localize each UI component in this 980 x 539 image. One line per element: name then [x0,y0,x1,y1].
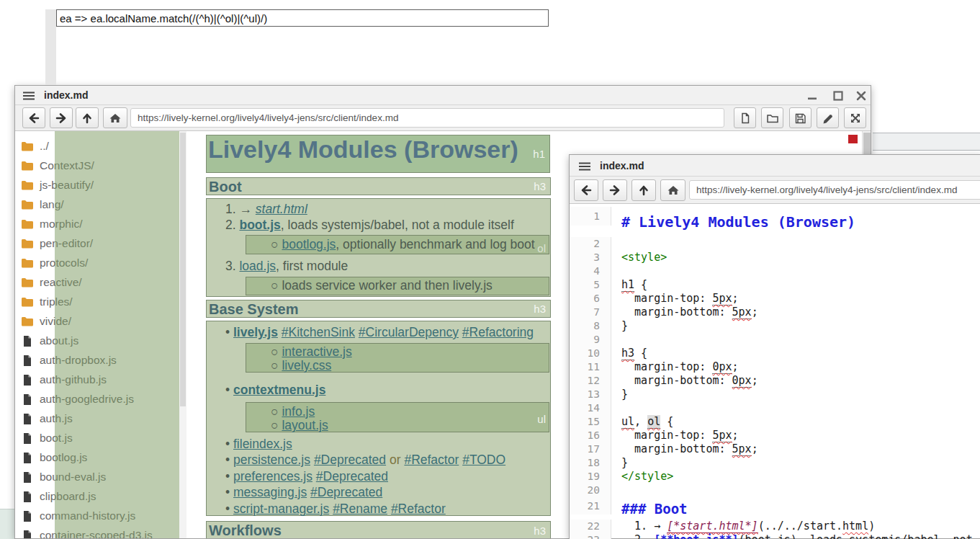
window-title: index.md [600,160,644,172]
md-list-item[interactable]: ○ bootlog.js, optionally benchmark and l… [271,237,535,252]
text-segment: ○ [271,237,282,251]
text-segment: ; [732,360,739,373]
md-list-item[interactable]: • preferences.js #Deprecated [225,469,388,484]
file-tree-sidebar: ../ContextJS/js-beautify/lang/morphic/pe… [15,131,186,538]
md-list-item[interactable]: ○ info.js [271,404,315,419]
md-list-item[interactable]: 2. boot.js, loads systemjs/babel, not a … [225,218,514,233]
code-line[interactable]: 12 margin-bottom: 0px; [570,374,980,388]
menu-icon[interactable] [22,91,35,101]
md-h3-workflows: Workflows [207,522,550,538]
code-line[interactable]: 2 [570,237,980,251]
code-line[interactable]: 14 [570,401,980,415]
md-list-item[interactable]: • contextmenu.js [225,383,325,398]
text-segment: 5px [732,442,752,456]
line-number: 17 [570,442,611,456]
md-list-item[interactable]: • script-manager.js #Rename #Refactor [225,502,446,517]
text-segment: boot.js [239,218,280,232]
text-segment: , [634,415,647,428]
sidebar-scrollbar[interactable] [179,131,186,538]
md-list-item[interactable]: • persistence.js #Deprecated or #Refacto… [225,453,505,468]
code-line[interactable]: 3<style> [570,251,980,264]
up-button[interactable] [76,107,99,128]
code-line[interactable]: 10h3 { [570,347,980,360]
forward-button[interactable] [603,179,627,201]
highlight-overlay-ol-boot: 1. → start.html 2. boot.js, loads system… [206,198,551,297]
code-line[interactable]: 4 [570,264,980,278]
line-number: 7 [570,306,611,319]
edit-button[interactable] [817,107,839,128]
md-list-item[interactable]: ○ lively.css [271,358,331,373]
line-number: 14 [570,401,611,415]
text-segment: #Refactor [404,453,459,467]
code-line[interactable]: 22 1. → [*start.html*](../../start.html) [570,520,980,533]
open-folder-icon [766,112,779,124]
window-titlebar[interactable]: index.md [15,86,871,105]
save-button[interactable] [789,107,812,128]
text-segment: 2. [225,218,239,232]
code-line[interactable]: 11 margin-top: 0px; [570,360,980,374]
code-line[interactable]: 21### Boot [570,497,980,520]
code-line[interactable]: 6 margin-top: 5px; [570,292,980,306]
window-titlebar[interactable]: index.md [570,155,980,177]
text-segment: </style> [621,470,673,483]
expand-button[interactable] [844,107,866,128]
navigation-toolbar: https://lively-kernel.org/lively4/lively… [570,177,980,204]
code-line[interactable]: 15ul, ol { [570,415,980,429]
code-line[interactable]: 23 2. [**boot.js**](boot.js), loads syst… [570,533,980,539]
sidebar-scrollbar-thumb[interactable] [180,133,186,406]
md-list-item[interactable]: ○ layout.js [271,418,328,433]
text-segment: 0px [732,374,752,388]
line-content [611,484,621,497]
url-field[interactable]: https://lively-kernel.org/lively4/lively… [130,108,724,128]
code-line[interactable]: 9 [570,333,980,347]
md-list-item[interactable]: 3. load.js, first module [225,259,348,274]
code-line[interactable]: 18} [570,456,980,470]
line-number: 12 [570,374,611,388]
line-content: margin-top: 5px; [611,292,739,306]
menu-icon[interactable] [578,161,591,172]
text-segment: • [225,469,233,484]
code-line[interactable]: 1# Lively4 Modules (Browser) [570,207,980,237]
md-list-item[interactable]: • messaging.js #Deprecated [225,485,382,500]
line-content: 2. [**boot.js**](boot.js), loads systemj… [611,533,973,539]
md-list-item[interactable]: • fileindex.js [225,437,292,452]
md-list-item[interactable]: ○ interactive.js [271,344,352,360]
md-list-item[interactable]: 1. → start.html [225,202,307,217]
text-segment: } [621,388,628,401]
open-folder-button[interactable] [761,107,783,128]
maximize-button[interactable] [832,89,845,102]
back-button[interactable] [574,179,598,201]
md-list-item[interactable]: ○ loads service worker and then lively.j… [271,278,493,293]
text-segment: interactive.js [282,344,351,359]
file-icon [21,374,34,386]
url-field[interactable]: https://lively-kernel.org/lively4/lively… [689,180,980,200]
code-line[interactable]: 5h1 { [570,278,980,292]
modified-indicator [848,135,858,143]
file-icon [21,432,34,444]
code-line[interactable]: 13} [570,388,980,401]
filter-drag-handle[interactable] [45,9,56,85]
navigation-toolbar: https://lively-kernel.org/lively4/lively… [15,105,871,131]
forward-button[interactable] [50,107,73,128]
folder-icon [21,199,34,210]
highlight-overlay-h1: h1 [206,135,550,173]
up-button[interactable] [631,179,656,201]
new-file-button[interactable] [734,107,756,128]
up-icon [81,112,94,124]
line-content: margin-top: 0px; [611,360,739,374]
code-line[interactable]: 20 [570,484,980,497]
code-line[interactable]: 16 margin-top: 5px; [570,429,980,442]
line-number: 1 [570,207,611,226]
code-line[interactable]: 8} [570,319,980,333]
code-line[interactable]: 17 margin-bottom: 5px; [570,442,980,456]
file-icon [21,413,34,424]
code-line[interactable]: 7 margin-bottom: 5px; [570,306,980,319]
md-list-item[interactable]: • lively.js #KitchenSink #CircularDepenc… [225,325,534,340]
code-line[interactable]: 19</style> [570,470,980,484]
home-button[interactable] [660,179,685,201]
minimize-button[interactable] [806,89,819,102]
element-filter-input[interactable] [56,9,549,27]
close-button[interactable] [855,89,868,102]
home-button[interactable] [103,107,127,128]
back-button[interactable] [22,107,45,128]
